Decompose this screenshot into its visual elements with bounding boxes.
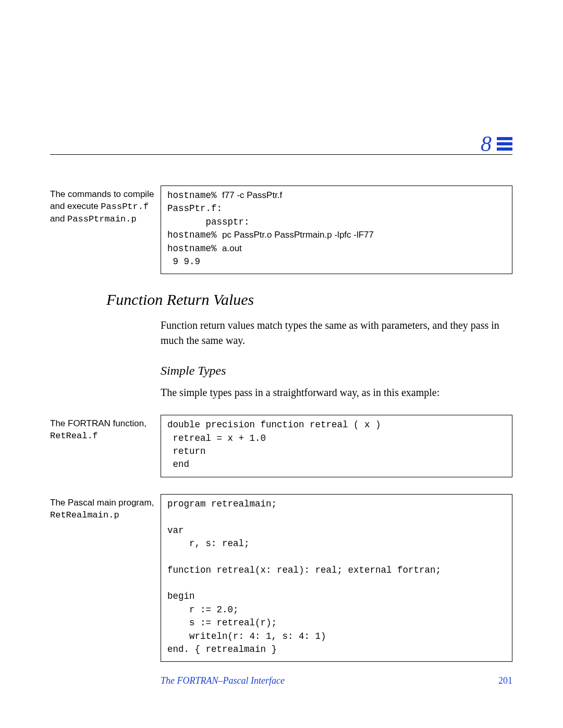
sidenote-text: and (50, 214, 67, 224)
shell-command: pc PassPtr.o PassPtrmain.p -lpfc -lF77 (222, 230, 374, 240)
example-block-retreal-fortran: The FORTRAN function, RetReal.f double p… (50, 415, 512, 477)
svg-rect-1 (497, 142, 512, 145)
codebox-retreal-pascal: program retrealmain; var r, s: real; fun… (161, 494, 512, 662)
code-line: 9 9.9 (167, 256, 200, 267)
codebox-passptr: hostname% f77 -c PassPtr.f PassPtr.f: pa… (161, 186, 512, 274)
chapter-number: 8 (481, 133, 492, 155)
section-heading: Function Return Values (106, 291, 512, 309)
shell-command: f77 -c PassPtr.f (222, 190, 282, 200)
subsection-heading: Simple Types (161, 364, 512, 378)
example-block-retreal-pascal: The Pascal main program, RetRealmain.p p… (50, 494, 512, 662)
sidenote-filename: PassPtrmain.p (67, 214, 137, 224)
sidenote-retreal-fortran: The FORTRAN function, RetReal.f (50, 415, 161, 442)
shell-command: a.out (222, 243, 242, 253)
chapter-marker: 8 (481, 133, 512, 155)
svg-rect-0 (497, 137, 512, 140)
codebox-retreal-fortran: double precision function retreal ( x ) … (161, 415, 512, 477)
code-line: PassPtr.f: (167, 203, 222, 214)
code-line: passptr: (167, 217, 250, 227)
sidenote-retreal-pascal: The Pascal main program, RetRealmain.p (50, 494, 161, 522)
footer-chapter-title: The FORTRAN–Pascal Interface (161, 675, 285, 686)
content-area: The commands to compile and execute Pass… (50, 186, 512, 678)
chapter-bars-icon (497, 137, 512, 151)
shell-prompt: hostname% (167, 230, 222, 240)
body-paragraph: Function return values match types the s… (161, 318, 512, 348)
svg-rect-2 (497, 147, 512, 151)
body-paragraph: The simple types pass in a straightforwa… (161, 385, 512, 400)
sidenote-filename: PassPtr.f (101, 202, 149, 212)
footer-page-number: 201 (498, 675, 512, 686)
sidenote-passptr: The commands to compile and execute Pass… (50, 186, 161, 226)
example-block-passptr: The commands to compile and execute Pass… (50, 186, 512, 274)
page: 8 The commands to compile and execute Pa… (0, 0, 563, 728)
sidenote-text: The FORTRAN function, (50, 418, 146, 428)
page-footer: The FORTRAN–Pascal Interface 201 (50, 675, 512, 686)
shell-prompt: hostname% (167, 190, 222, 201)
sidenote-filename: RetReal.f (50, 431, 98, 441)
shell-prompt: hostname% (167, 243, 222, 254)
sidenote-text: The Pascal main program, (50, 498, 154, 508)
header-rule (50, 154, 512, 155)
sidenote-filename: RetRealmain.p (50, 510, 119, 520)
